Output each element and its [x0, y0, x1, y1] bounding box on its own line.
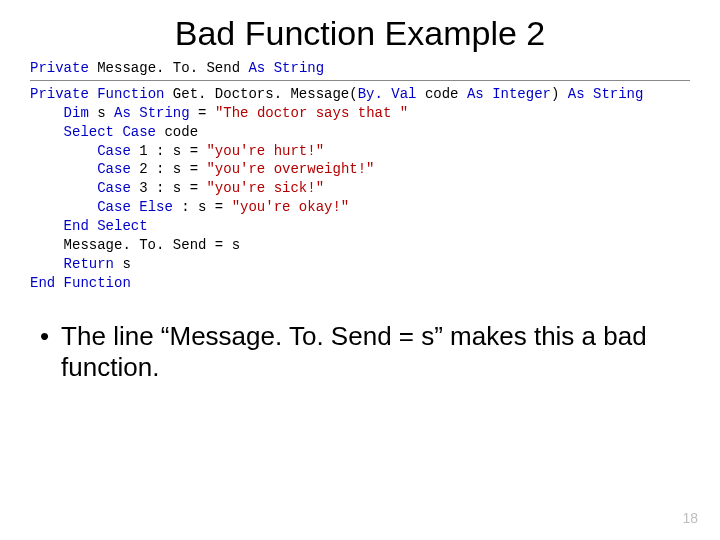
- bullet-text: The line “Message. To. Send = s” makes t…: [61, 321, 680, 383]
- indent: [30, 143, 97, 159]
- eq: =: [190, 105, 215, 121]
- sep: [164, 86, 172, 102]
- kw-end-function: End Function: [30, 275, 131, 291]
- colon-seg: : s =: [173, 199, 232, 215]
- sep: [585, 86, 593, 102]
- id-func: Get. Doctors. Message: [173, 86, 349, 102]
- divider: [30, 80, 690, 81]
- slide-title: Bad Function Example 2: [0, 14, 720, 53]
- kw-string: String: [593, 86, 643, 102]
- kw-integer: Integer: [492, 86, 551, 102]
- kw-as: As: [467, 86, 484, 102]
- sep: [265, 60, 273, 76]
- kw-string: String: [274, 60, 324, 76]
- kw-as: As: [568, 86, 585, 102]
- lit3: "you're sick!": [206, 180, 324, 196]
- sep: [131, 143, 139, 159]
- indent: [30, 161, 97, 177]
- kw-case-else: Case Else: [97, 199, 173, 215]
- code-line: Private Function Get. Doctors. Message(B…: [30, 85, 690, 293]
- kw-select: Select Case: [64, 124, 156, 140]
- assign-mts: Message. To. Send = s: [64, 237, 240, 253]
- kw-case: Case: [97, 161, 131, 177]
- lit1: "you're hurt!": [206, 143, 324, 159]
- kw-return: Return: [64, 256, 114, 272]
- sep: [89, 105, 97, 121]
- id-s: s: [122, 256, 130, 272]
- bullet-icon: •: [40, 321, 49, 352]
- sep: [131, 105, 139, 121]
- page-number: 18: [682, 510, 698, 526]
- code-block: Private Message. To. Send As String: [30, 59, 690, 78]
- n2: 2: [139, 161, 147, 177]
- kw-case: Case: [97, 180, 131, 196]
- indent: [30, 237, 64, 253]
- id-mts: Message. To. Send: [97, 60, 240, 76]
- kw-as: As: [114, 105, 131, 121]
- sep: [417, 86, 425, 102]
- sep: [89, 60, 97, 76]
- lit-intro: "The doctor says that ": [215, 105, 408, 121]
- open-paren: (: [349, 86, 357, 102]
- indent: [30, 199, 97, 215]
- kw-byval: By. Val: [358, 86, 417, 102]
- lit-else: "you're okay!": [232, 199, 350, 215]
- sep: [89, 86, 97, 102]
- sep: [559, 86, 567, 102]
- colon-seg: : s =: [148, 161, 207, 177]
- kw-private: Private: [30, 86, 89, 102]
- kw-private: Private: [30, 60, 89, 76]
- indent: [30, 105, 64, 121]
- kw-case: Case: [97, 143, 131, 159]
- sep: [131, 180, 139, 196]
- indent: [30, 180, 97, 196]
- sep: [131, 161, 139, 177]
- colon-seg: : s =: [148, 180, 207, 196]
- n3: 3: [139, 180, 147, 196]
- n1: 1: [139, 143, 147, 159]
- id-s: s: [97, 105, 105, 121]
- sep: [484, 86, 492, 102]
- indent: [30, 218, 64, 234]
- id-code: code: [425, 86, 459, 102]
- indent: [30, 124, 64, 140]
- sep: [106, 105, 114, 121]
- lit2: "you're overweight!": [206, 161, 374, 177]
- kw-function: Function: [97, 86, 164, 102]
- kw-as: As: [248, 60, 265, 76]
- kw-end-select: End Select: [64, 218, 148, 234]
- indent: [30, 256, 64, 272]
- colon-seg: : s =: [148, 143, 207, 159]
- kw-dim: Dim: [64, 105, 89, 121]
- sep: [459, 86, 467, 102]
- kw-string: String: [139, 105, 189, 121]
- bullet-item: • The line “Message. To. Send = s” makes…: [40, 321, 680, 383]
- id-code: code: [164, 124, 198, 140]
